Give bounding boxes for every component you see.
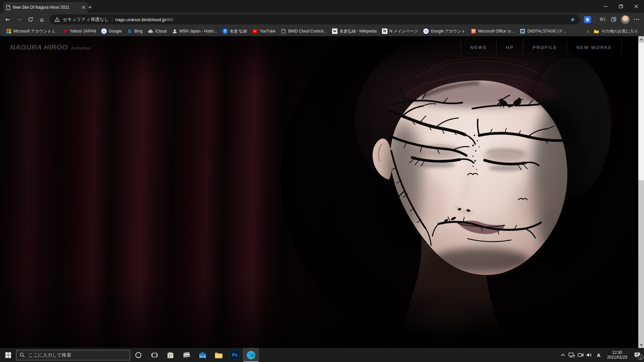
taskbar-clock[interactable]: 12:30 2021/01/23 — [607, 350, 627, 360]
back-button[interactable]: ← — [2, 14, 13, 25]
site-logo[interactable]: NAGURA HIROOActivities — [10, 43, 91, 51]
refresh-button[interactable] — [25, 14, 36, 25]
tray-chevron-icon[interactable] — [559, 348, 568, 362]
site-logo-subtitle: Activities — [71, 46, 91, 51]
url-text[interactable]: nagu.uranus.bindcloud.jp/66/ — [115, 17, 173, 22]
scrollbar-down-arrow[interactable] — [638, 342, 644, 348]
bookmark-bing[interactable]: b Bing — [124, 27, 145, 35]
url-host: nagu.uranus.bindcloud.jp — [115, 17, 166, 22]
file-explorer-button[interactable] — [211, 348, 227, 362]
bookmark-n-mainpage[interactable]: N N メインページ — [379, 27, 421, 35]
face-artwork — [0, 36, 644, 348]
taskbar-search-box[interactable] — [16, 350, 130, 360]
site-nav: NEWS HP PROFILE NEW WORKS — [461, 40, 622, 55]
site-header: NAGURA HIROOActivities NEWS HP PROFILE N… — [0, 36, 638, 58]
taskbar-search-input[interactable] — [28, 352, 126, 358]
profile-avatar[interactable] — [620, 14, 631, 25]
facebook-icon: f — [222, 28, 228, 34]
tab-close-icon[interactable] — [82, 6, 85, 9]
digitalstage-icon — [520, 28, 525, 34]
hero-image — [0, 36, 644, 348]
nav-item-new-works[interactable]: NEW WORKS — [567, 40, 622, 55]
bookmark-google-account[interactable]: G Google アカウント — [421, 27, 468, 35]
system-tray: A 12:30 2021/01/23 1 — [559, 348, 644, 362]
clock-time: 12:30 — [607, 350, 627, 355]
nav-item-profile[interactable]: PROFILE — [523, 40, 567, 55]
bookmark-microsoft[interactable]: Microsoft アカウント |... — [3, 27, 60, 35]
person-icon — [172, 28, 177, 34]
task-view-button[interactable] — [146, 348, 162, 362]
edge-icon — [247, 351, 256, 360]
scrollbar-thumb[interactable] — [638, 43, 644, 180]
bookmarks-overflow-chevron[interactable]: › — [585, 28, 591, 35]
extension-icon[interactable] — [582, 14, 593, 25]
window-restore-button[interactable] — [613, 0, 629, 13]
bookmark-youtube[interactable]: YouTube — [250, 27, 278, 35]
window-close-button[interactable] — [629, 0, 644, 13]
bookmark-digitalstage[interactable]: DIGITALSTAGE (デ... — [517, 27, 569, 35]
toolbar-right-icons — [582, 14, 642, 25]
youtube-icon — [252, 28, 258, 34]
home-button[interactable]: ⌂ — [36, 14, 48, 25]
google-icon: G — [423, 28, 429, 34]
new-tab-button[interactable]: + — [85, 3, 95, 12]
search-icon — [20, 352, 25, 358]
n-tile-icon: N — [382, 28, 387, 34]
security-warning-icon — [54, 17, 60, 22]
books-stack-app-button[interactable] — [178, 348, 195, 362]
photoshop-button[interactable]: Ps — [227, 348, 243, 362]
toolbar-separator — [595, 16, 595, 23]
folder-icon — [594, 28, 599, 34]
ime-mode-indicator[interactable]: A — [594, 348, 604, 362]
bookmark-msn-japan[interactable]: MSN Japan - Hotm... — [169, 27, 220, 35]
meet-now-camera-icon[interactable] — [576, 348, 585, 362]
tab-strip: New Site Of Nagura Hiroo 2021 + — [0, 0, 644, 13]
url-path: /66/ — [166, 17, 173, 22]
favorite-star-icon[interactable]: ★ — [570, 16, 575, 23]
bookmark-bind-cloud[interactable]: BiND Cloud Control... — [278, 27, 329, 35]
nav-item-news[interactable]: NEWS — [461, 40, 496, 55]
address-divider — [112, 17, 112, 22]
bing-icon: b — [127, 28, 132, 34]
collections-icon[interactable] — [608, 14, 619, 25]
clock-date: 2021/01/23 — [607, 355, 627, 360]
tab-document-icon — [6, 5, 10, 10]
browser-tab[interactable]: New Site Of Nagura Hiroo 2021 — [3, 2, 88, 13]
browser-chrome: New Site Of Nagura Hiroo 2021 + ← → ⌂ — [0, 0, 644, 36]
bookmark-google[interactable]: G Google — [99, 27, 124, 35]
page-scrollbar[interactable] — [638, 36, 644, 348]
scrollbar-up-arrow[interactable] — [638, 36, 644, 42]
tab-title: New Site Of Nagura Hiroo 2021 — [13, 5, 79, 10]
bookmark-wikipedia[interactable]: W 名倉弘雄 - Wikipedia — [329, 27, 379, 35]
bookmark-yahoo-japan[interactable]: Y! Yahoo! JAPAN — [60, 27, 99, 35]
window-minimize-button[interactable] — [598, 0, 613, 13]
page-icon — [281, 28, 286, 34]
favorites-hub-icon[interactable] — [597, 14, 608, 25]
action-center-icon[interactable]: 1 — [631, 348, 644, 362]
icloud-cloud-icon — [148, 28, 153, 34]
cortana-button[interactable] — [130, 348, 146, 362]
site-logo-title: NAGURA HIROO — [10, 43, 68, 51]
start-button[interactable] — [0, 348, 16, 362]
bookmark-icloud[interactable]: iCloud — [145, 27, 169, 35]
settings-menu-icon[interactable] — [631, 14, 642, 25]
browser-toolbar: ← → ⌂ セキュリティ保護なし nagu.uranus.bindcloud.j… — [0, 13, 644, 26]
edge-taskbar-button[interactable] — [243, 348, 259, 362]
speaker-icon[interactable] — [585, 348, 594, 362]
other-favorites-folder[interactable]: その他のお気に入り — [591, 27, 641, 35]
bookmark-facebook[interactable]: f 名倉 弘雄 — [220, 27, 250, 35]
office-icon — [471, 28, 476, 34]
microsoft-store-button[interactable] — [162, 348, 178, 362]
address-bar[interactable]: セキュリティ保護なし nagu.uranus.bindcloud.jp/66/ … — [50, 14, 580, 24]
wikipedia-icon: W — [332, 28, 337, 34]
mail-app-button[interactable] — [195, 348, 211, 362]
forward-button[interactable]: → — [13, 14, 25, 25]
window-controls — [598, 0, 644, 13]
google-icon: G — [101, 28, 107, 34]
network-icon[interactable] — [568, 348, 576, 362]
bookmarks-bar: Microsoft アカウント |... Y! Yahoo! JAPAN G G… — [0, 26, 644, 36]
nav-item-hp[interactable]: HP — [496, 40, 523, 55]
bookmark-office[interactable]: Microsoft Office ホ... — [468, 27, 518, 35]
security-label: セキュリティ保護なし — [63, 16, 109, 22]
photoshop-tile: Ps — [230, 350, 239, 360]
